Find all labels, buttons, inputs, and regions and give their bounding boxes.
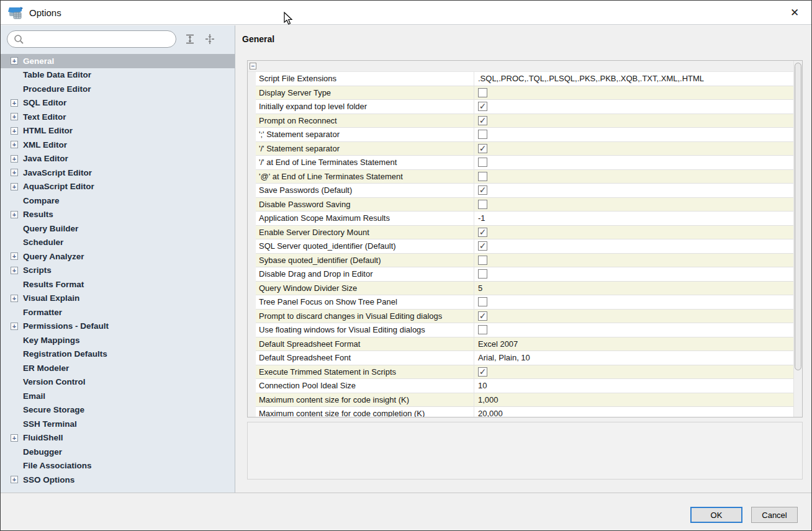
settings-row[interactable]: Disable Drag and Drop in Editor (248, 267, 793, 282)
sidebar-item-javascript-editor[interactable]: + JavaScript Editor (1, 166, 235, 180)
settings-row[interactable]: Maximum content size for code completion… (248, 407, 793, 417)
sidebar-item-results[interactable]: + Results (1, 208, 235, 222)
setting-label[interactable]: Use floating windows for Visual Editing … (256, 323, 474, 337)
setting-label[interactable]: ';' Statement separator (256, 128, 474, 142)
setting-value[interactable]: 10 (474, 379, 793, 393)
setting-label[interactable]: Prompt to discard changes in Visual Edit… (256, 310, 474, 324)
checkbox-unchecked-icon[interactable] (478, 325, 487, 334)
expand-plus-icon[interactable]: + (11, 113, 18, 120)
settings-row[interactable]: Script File Extensions .SQL,.PROC,.TQL,.… (248, 72, 793, 86)
expand-plus-icon[interactable]: + (11, 169, 18, 176)
setting-value[interactable] (474, 323, 793, 337)
setting-label[interactable]: Enable Server Directory Mount (256, 226, 474, 240)
checkbox-unchecked-icon[interactable] (478, 297, 487, 306)
expand-plus-icon[interactable]: + (11, 141, 18, 148)
setting-label[interactable]: Save Passwords (Default) (256, 184, 474, 198)
settings-row[interactable]: Prompt on Reconnect ✓ (248, 114, 793, 128)
setting-value[interactable] (474, 86, 793, 100)
sidebar-item-email[interactable]: Email (1, 389, 235, 403)
setting-value[interactable]: ✓ (474, 239, 793, 254)
setting-value[interactable] (474, 170, 793, 184)
sidebar-item-visual-explain[interactable]: + Visual Explain (1, 292, 235, 306)
sidebar-item-scheduler[interactable]: Scheduler (1, 236, 235, 250)
expand-plus-icon[interactable]: + (11, 476, 18, 483)
setting-label[interactable]: '/' Statement separator (256, 142, 474, 156)
settings-row[interactable]: Use floating windows for Visual Editing … (248, 323, 793, 337)
expand-plus-icon[interactable]: + (11, 155, 18, 163)
sidebar-item-text-editor[interactable]: + Text Editor (1, 110, 235, 124)
checkbox-checked-icon[interactable]: ✓ (478, 311, 487, 321)
checkbox-checked-icon[interactable]: ✓ (478, 144, 487, 153)
sidebar-item-table-data-editor[interactable]: Table Data Editor (1, 68, 235, 83)
settings-row[interactable]: Save Passwords (Default) ✓ (248, 184, 793, 198)
sidebar-item-fluidshell[interactable]: + FluidShell (1, 431, 235, 445)
search-box[interactable] (7, 30, 176, 48)
table-scrollbar[interactable] (793, 61, 802, 417)
settings-row[interactable]: SQL Server quoted_identifier (Default) ✓ (248, 239, 793, 254)
checkbox-checked-icon[interactable]: ✓ (478, 116, 487, 125)
sidebar-item-compare[interactable]: Compare (1, 194, 235, 208)
checkbox-unchecked-icon[interactable] (478, 200, 487, 209)
setting-label[interactable]: Connection Pool Ideal Size (256, 379, 474, 393)
sidebar-item-debugger[interactable]: Debugger (1, 445, 235, 459)
sidebar-item-formatter[interactable]: Formatter (1, 305, 235, 319)
checkbox-unchecked-icon[interactable] (478, 172, 487, 181)
setting-value[interactable] (474, 267, 793, 282)
sidebar-item-sql-editor[interactable]: + SQL Editor (1, 96, 235, 110)
settings-row[interactable]: Execute Trimmed Statement in Scripts ✓ (248, 365, 793, 380)
setting-label[interactable]: Maximum content size for code insight (K… (256, 393, 474, 408)
collapse-all-button[interactable] (202, 31, 217, 47)
sidebar-item-key-mappings[interactable]: Key Mappings (1, 333, 235, 347)
collapse-group-icon[interactable]: − (250, 63, 256, 69)
sidebar-item-sso-options[interactable]: + SSO Options (1, 473, 235, 487)
settings-row[interactable]: '/' at End of Line Terminates Statement (248, 156, 793, 170)
setting-value[interactable]: 5 (474, 282, 793, 296)
checkbox-checked-icon[interactable]: ✓ (478, 241, 487, 251)
sidebar-item-html-editor[interactable]: + HTML Editor (1, 124, 235, 138)
setting-label[interactable]: Prompt on Reconnect (256, 114, 474, 128)
setting-value[interactable]: 20,000 (474, 407, 793, 417)
settings-row[interactable]: Sybase quoted_identifier (Default) (248, 254, 793, 268)
setting-label[interactable]: Maximum content size for code completion… (256, 407, 474, 417)
sidebar-item-xml-editor[interactable]: + XML Editor (1, 138, 235, 152)
checkbox-unchecked-icon[interactable] (478, 158, 487, 167)
setting-label[interactable]: Default Spreadsheet Font (256, 351, 474, 365)
sidebar-item-aquascript-editor[interactable]: + AquaScript Editor (1, 180, 235, 194)
setting-value[interactable]: ✓ (474, 184, 793, 198)
sidebar-item-query-analyzer[interactable]: + Query Analyzer (1, 249, 235, 264)
checkbox-unchecked-icon[interactable] (478, 88, 487, 97)
setting-label[interactable]: Default Spreadsheet Format (256, 337, 474, 352)
expand-plus-icon[interactable]: + (11, 252, 18, 260)
sidebar-item-version-control[interactable]: Version Control (1, 375, 235, 390)
setting-label[interactable]: Sybase quoted_identifier (Default) (256, 254, 474, 268)
setting-label[interactable]: Disable Password Saving (256, 198, 474, 212)
expand-plus-icon[interactable]: + (11, 57, 18, 65)
setting-value[interactable]: -1 (474, 212, 793, 226)
settings-row[interactable]: Tree Panel Focus on Show Tree Panel (248, 295, 793, 310)
expand-plus-icon[interactable]: + (11, 127, 18, 135)
sidebar-item-java-editor[interactable]: + Java Editor (1, 152, 235, 166)
checkbox-unchecked-icon[interactable] (478, 269, 487, 279)
settings-row[interactable]: Default Spreadsheet Font Arial, Plain, 1… (248, 351, 793, 365)
settings-row[interactable]: Display Server Type (248, 86, 793, 100)
sidebar-item-file-associations[interactable]: File Associations (1, 459, 235, 473)
setting-label[interactable]: Script File Extensions (256, 72, 474, 86)
setting-label[interactable]: Disable Drag and Drop in Editor (256, 267, 474, 282)
checkbox-unchecked-icon[interactable] (478, 256, 487, 265)
sidebar-item-query-builder[interactable]: Query Builder (1, 221, 235, 236)
setting-value[interactable]: ✓ (474, 114, 793, 128)
setting-value[interactable]: Arial, Plain, 10 (474, 351, 793, 365)
expand-plus-icon[interactable]: + (11, 434, 18, 442)
sidebar-item-general[interactable]: + General (1, 54, 235, 68)
checkbox-checked-icon[interactable]: ✓ (478, 185, 487, 195)
settings-row[interactable]: Disable Password Saving (248, 198, 793, 212)
setting-value[interactable]: Excel 2007 (474, 337, 793, 352)
close-icon[interactable]: ✕ (785, 6, 804, 19)
setting-label[interactable]: Initially expand top level folder (256, 100, 474, 114)
expand-plus-icon[interactable]: + (11, 211, 18, 218)
settings-row[interactable]: Initially expand top level folder ✓ (248, 100, 793, 114)
setting-value[interactable] (474, 254, 793, 268)
setting-value[interactable]: ✓ (474, 365, 793, 380)
setting-label[interactable]: Application Scope Maximum Results (256, 212, 474, 226)
checkbox-checked-icon[interactable]: ✓ (478, 367, 487, 377)
